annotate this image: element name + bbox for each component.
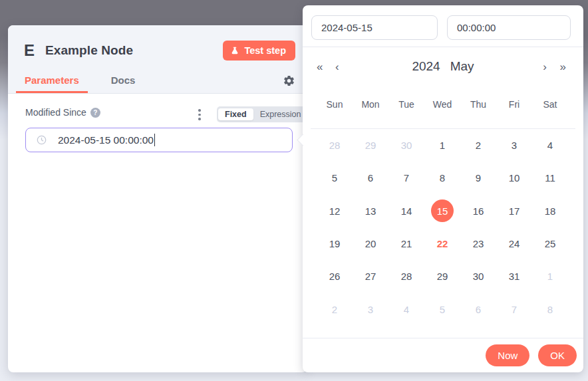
calendar-day[interactable]: 10 [496, 162, 532, 194]
tab-docs[interactable]: Docs [102, 74, 144, 93]
calendar-day[interactable]: 23 [460, 227, 496, 260]
calendar-day[interactable]: 20 [353, 227, 388, 260]
calendar-day[interactable]: 3 [353, 293, 388, 325]
weekday-label: Sat [532, 99, 568, 110]
calendar-day[interactable]: 15 [424, 195, 460, 227]
parameter-label-wrap: Modified Since ? [25, 107, 100, 118]
calendar-day[interactable]: 28 [317, 129, 353, 162]
day-number: 10 [503, 167, 525, 190]
calendar-day[interactable]: 22 [424, 227, 460, 260]
options-kebab-icon[interactable] [197, 108, 202, 122]
calendar-day[interactable]: 8 [424, 162, 460, 194]
day-number: 29 [359, 134, 382, 157]
calendar-day[interactable]: 1 [532, 260, 568, 293]
weekday-label: Wed [424, 99, 460, 110]
day-number: 31 [503, 265, 525, 288]
calendar-day[interactable]: 28 [388, 260, 424, 293]
weekday-label: Mon [353, 99, 388, 110]
calendar-day[interactable]: 17 [496, 195, 532, 227]
day-number: 1 [539, 265, 561, 288]
calendar-day[interactable]: 14 [388, 195, 424, 227]
picker-date-input[interactable] [311, 15, 438, 40]
day-number: 14 [395, 199, 418, 222]
day-number: 4 [395, 298, 418, 320]
calendar-day[interactable]: 19 [317, 227, 353, 260]
calendar-day[interactable]: 30 [388, 129, 424, 162]
picker-footer: Now OK [303, 338, 583, 372]
picker-time-input[interactable] [447, 15, 571, 40]
calendar-day[interactable]: 24 [496, 227, 532, 260]
calendar-day[interactable]: 4 [388, 293, 424, 325]
node-panel-header: E Example Node Test step Parameters Docs [8, 25, 307, 94]
calendar-day[interactable]: 27 [353, 260, 388, 293]
day-number: 30 [395, 134, 418, 157]
calendar-day[interactable]: 2 [317, 293, 353, 325]
calendar-grid: 2829301234567891011121314151617181920212… [317, 129, 568, 326]
gear-icon[interactable] [283, 74, 295, 87]
calendar-day[interactable]: 1 [424, 129, 460, 162]
calendar-day[interactable]: 3 [496, 129, 532, 162]
calendar-day[interactable]: 7 [496, 293, 532, 325]
day-number: 12 [323, 199, 346, 222]
day-number: 30 [467, 265, 490, 288]
calendar-day[interactable]: 6 [353, 162, 388, 194]
calendar-day[interactable]: 12 [317, 195, 353, 227]
test-step-button[interactable]: Test step [223, 41, 295, 61]
calendar-day[interactable]: 11 [532, 162, 568, 194]
calendar-day[interactable]: 7 [388, 162, 424, 194]
weekday-label: Fri [496, 99, 532, 110]
day-number: 7 [395, 167, 418, 190]
weekday-label: Tue [388, 99, 424, 110]
day-number: 3 [359, 298, 382, 320]
modified-since-value: 2024-05-15 00:00:00 [58, 134, 154, 146]
calendar-day[interactable]: 6 [460, 293, 496, 325]
tab-bar: Parameters Docs [16, 74, 144, 93]
mode-fixed[interactable]: Fixed [218, 108, 253, 120]
calendar-day[interactable]: 21 [388, 227, 424, 260]
day-number: 8 [539, 298, 561, 320]
next-year-button[interactable]: » [560, 61, 566, 72]
calendar-day[interactable]: 13 [353, 195, 388, 227]
ok-button[interactable]: OK [538, 344, 577, 366]
calendar-day[interactable]: 2 [460, 129, 496, 162]
day-number: 15 [431, 199, 454, 222]
now-button[interactable]: Now [486, 344, 529, 366]
help-icon[interactable]: ? [90, 108, 100, 118]
calendar-day[interactable]: 9 [460, 162, 496, 194]
day-number: 9 [467, 167, 490, 190]
month-label[interactable]: May [450, 59, 474, 73]
day-number: 18 [539, 199, 561, 222]
parameters-body: Modified Since ? Fixed Expression 2024-0… [8, 94, 307, 372]
calendar-day[interactable]: 4 [532, 129, 568, 162]
calendar-day[interactable]: 8 [532, 293, 568, 325]
node-detail-panel: E Example Node Test step Parameters Docs… [8, 25, 307, 372]
next-month-button[interactable]: › [543, 61, 547, 72]
calendar-day[interactable]: 16 [460, 195, 496, 227]
calendar-day[interactable]: 29 [353, 129, 388, 162]
day-number: 7 [503, 298, 525, 320]
calendar-day[interactable]: 5 [317, 162, 353, 194]
tab-parameters[interactable]: Parameters [16, 74, 88, 93]
calendar-day[interactable]: 29 [424, 260, 460, 293]
day-number: 22 [431, 233, 454, 255]
calendar-day[interactable]: 18 [532, 195, 568, 227]
day-number: 8 [431, 167, 454, 190]
day-number: 3 [503, 134, 525, 157]
mode-expression[interactable]: Expression [253, 108, 308, 120]
day-number: 24 [503, 233, 525, 255]
calendar-day[interactable]: 5 [424, 293, 460, 325]
day-number: 13 [359, 199, 382, 222]
weekday-label: Thu [460, 99, 496, 110]
day-number: 5 [323, 167, 346, 190]
modified-since-input[interactable]: 2024-05-15 00:00:00 [25, 128, 293, 152]
year-label[interactable]: 2024 [412, 59, 440, 73]
day-number: 1 [431, 134, 454, 157]
day-number: 2 [467, 134, 490, 157]
parameter-label: Modified Since [25, 107, 86, 118]
calendar-day[interactable]: 25 [532, 227, 568, 260]
calendar-day[interactable]: 30 [460, 260, 496, 293]
day-number: 23 [467, 233, 490, 255]
calendar-day[interactable]: 31 [496, 260, 532, 293]
calendar-day[interactable]: 26 [317, 260, 353, 293]
day-number: 19 [323, 233, 346, 255]
